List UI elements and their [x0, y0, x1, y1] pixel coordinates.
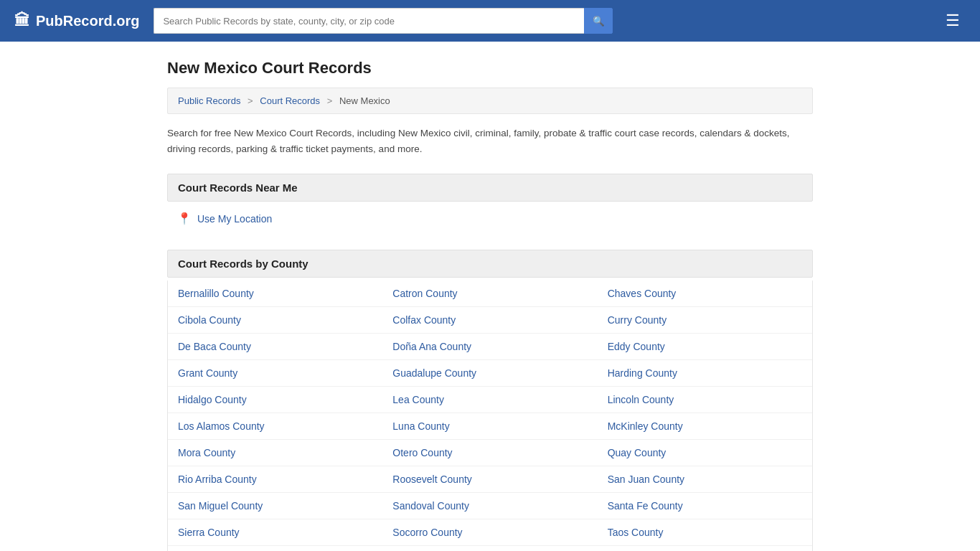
county-link[interactable]: Grant County: [168, 360, 382, 387]
county-link[interactable]: Sandoval County: [382, 493, 597, 519]
county-link[interactable]: Harding County: [598, 360, 812, 387]
county-link[interactable]: Union County: [382, 546, 597, 551]
county-link[interactable]: Rio Arriba County: [168, 466, 382, 493]
logo-link[interactable]: 🏛 PubRecord.org: [14, 11, 139, 30]
county-link[interactable]: Bernalillo County: [168, 281, 382, 307]
near-me-section: Court Records Near Me 📍 Use My Location: [167, 174, 813, 232]
county-link[interactable]: Lea County: [382, 387, 597, 413]
county-link[interactable]: Los Alamos County: [168, 413, 382, 440]
breadcrumb-new-mexico: New Mexico: [339, 95, 390, 106]
logo-text: PubRecord.org: [36, 13, 139, 29]
search-button[interactable]: 🔍: [584, 8, 613, 34]
county-link[interactable]: McKinley County: [598, 413, 812, 440]
breadcrumb: Public Records > Court Records > New Mex…: [167, 88, 813, 114]
county-link[interactable]: Catron County: [382, 281, 597, 307]
search-icon: 🔍: [593, 16, 605, 27]
location-pin-icon: 📍: [177, 212, 192, 225]
county-link[interactable]: Curry County: [598, 307, 812, 334]
county-link[interactable]: Cibola County: [168, 307, 382, 334]
county-link[interactable]: Colfax County: [382, 307, 597, 334]
county-link[interactable]: Otero County: [382, 440, 597, 466]
county-link[interactable]: Valencia County: [598, 546, 812, 551]
search-input[interactable]: [154, 8, 584, 34]
county-link[interactable]: Guadalupe County: [382, 360, 597, 387]
county-link[interactable]: San Miguel County: [168, 493, 382, 519]
county-link[interactable]: Eddy County: [598, 334, 812, 360]
county-section-header: Court Records by County: [167, 250, 813, 278]
county-link[interactable]: Sierra County: [168, 519, 382, 546]
breadcrumb-court-records[interactable]: Court Records: [260, 95, 320, 106]
logo-icon: 🏛: [14, 11, 30, 30]
county-link[interactable]: Luna County: [382, 413, 597, 440]
site-header: 🏛 PubRecord.org 🔍 ☰: [0, 0, 980, 42]
page-description: Search for free New Mexico Court Records…: [167, 126, 813, 156]
hamburger-icon: ☰: [946, 11, 960, 29]
breadcrumb-public-records[interactable]: Public Records: [178, 95, 240, 106]
search-area: 🔍: [154, 8, 613, 34]
main-content: New Mexico Court Records Public Records …: [153, 42, 827, 551]
county-link[interactable]: Chaves County: [598, 281, 812, 307]
county-link[interactable]: San Juan County: [598, 466, 812, 493]
county-link[interactable]: Roosevelt County: [382, 466, 597, 493]
county-link[interactable]: Lincoln County: [598, 387, 812, 413]
county-section: Court Records by County Bernalillo Count…: [167, 250, 813, 551]
county-link[interactable]: Mora County: [168, 440, 382, 466]
county-link[interactable]: De Baca County: [168, 334, 382, 360]
county-link[interactable]: Doña Ana County: [382, 334, 597, 360]
county-link[interactable]: Socorro County: [382, 519, 597, 546]
county-link[interactable]: Hidalgo County: [168, 387, 382, 413]
breadcrumb-sep-2: >: [327, 95, 333, 106]
breadcrumb-sep-1: >: [248, 95, 253, 106]
use-my-location-button[interactable]: 📍 Use My Location: [167, 204, 813, 232]
menu-button[interactable]: ☰: [940, 9, 966, 33]
county-link[interactable]: Taos County: [598, 519, 812, 546]
page-title: New Mexico Court Records: [167, 59, 813, 77]
near-me-header: Court Records Near Me: [167, 174, 813, 202]
county-grid: Bernalillo CountyCatron CountyChaves Cou…: [167, 281, 813, 551]
county-link[interactable]: Torrance County: [168, 546, 382, 551]
county-link[interactable]: Quay County: [598, 440, 812, 466]
county-link[interactable]: Santa Fe County: [598, 493, 812, 519]
use-my-location-label: Use My Location: [197, 213, 272, 225]
